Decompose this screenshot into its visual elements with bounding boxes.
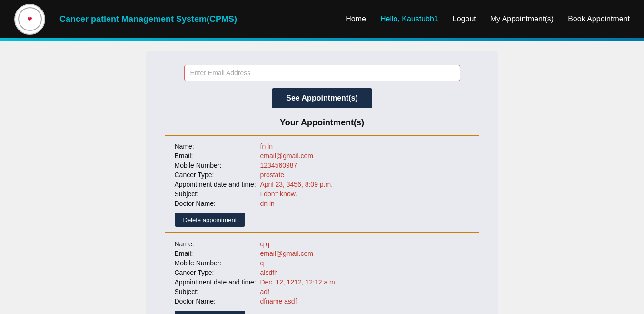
email-input[interactable] bbox=[184, 65, 460, 81]
appt-2-datetime-label: Appointment date and time: bbox=[165, 278, 260, 286]
appt-2-name-row: Name: q q bbox=[165, 240, 479, 248]
nav-book-appointment[interactable]: Book Appointment bbox=[568, 15, 630, 23]
navbar: ♥ Cancer patient Management System(CPMS)… bbox=[0, 0, 644, 38]
appt-1-subject-value: I don't know. bbox=[260, 190, 297, 198]
appt-1-subject-row: Subject: I don't know. bbox=[165, 190, 479, 198]
appt-2-email-label: Email: bbox=[165, 250, 260, 257]
nav-links: Home Hello, Kaustubh1 Logout My Appointm… bbox=[346, 15, 630, 23]
appt-name-label: Name: bbox=[165, 142, 260, 150]
logo: ♥ bbox=[14, 4, 45, 35]
appt-2-doctor-value: dfname asdf bbox=[260, 297, 297, 305]
appointment-block-1: Name: fn ln Email: email@gmail.com Mobil… bbox=[165, 135, 479, 233]
appointment-block-2: Name: q q Email: email@gmail.com Mobile … bbox=[165, 233, 479, 314]
nav-hello[interactable]: Hello, Kaustubh1 bbox=[380, 15, 438, 23]
appt-2-name-value: q q bbox=[260, 240, 269, 248]
appt-2-datetime-value: Dec. 12, 1212, 12:12 a.m. bbox=[260, 278, 337, 286]
nav-home[interactable]: Home bbox=[346, 15, 366, 23]
appt-subject-label: Subject: bbox=[165, 190, 260, 198]
email-row bbox=[165, 65, 479, 81]
appt-2-mobile-label: Mobile Number: bbox=[165, 259, 260, 267]
appt-2-email-value: email@gmail.com bbox=[260, 250, 313, 257]
see-appointments-button[interactable]: See Appointment(s) bbox=[272, 88, 372, 108]
appt-2-mobile-value: q bbox=[260, 259, 264, 267]
logo-icon: ♥ bbox=[18, 7, 42, 31]
appt-1-datetime-row: Appointment date and time: April 23, 345… bbox=[165, 181, 479, 188]
appt-2-subject-row: Subject: adf bbox=[165, 288, 479, 295]
appt-2-doctor-label: Doctor Name: bbox=[165, 297, 260, 305]
appt-1-email-value: email@gmail.com bbox=[260, 152, 313, 160]
appt-2-subject-label: Subject: bbox=[165, 288, 260, 295]
appt-2-subject-value: adf bbox=[260, 288, 269, 295]
appt-1-name-row: Name: fn ln bbox=[165, 142, 479, 150]
heart-icon: ♥ bbox=[27, 14, 32, 24]
appt-2-cancer-value: alsdfh bbox=[260, 269, 278, 276]
appt-2-doctor-row: Doctor Name: dfname asdf bbox=[165, 297, 479, 305]
appt-1-cancer-row: Cancer Type: prostate bbox=[165, 171, 479, 179]
appt-1-doctor-value: dn ln bbox=[260, 200, 275, 207]
delete-appointment-1-button[interactable]: Delete appointment bbox=[175, 213, 246, 227]
nav-logout[interactable]: Logout bbox=[453, 15, 476, 23]
delete-appointment-2-button[interactable]: Delete appointment bbox=[175, 311, 246, 314]
appt-doctor-label: Doctor Name: bbox=[165, 200, 260, 207]
section-title: Your Appointment(s) bbox=[165, 118, 479, 128]
appt-2-name-label: Name: bbox=[165, 240, 260, 248]
appt-2-email-row: Email: email@gmail.com bbox=[165, 250, 479, 257]
content-card: See Appointment(s) Your Appointment(s) N… bbox=[146, 51, 498, 314]
main-content: See Appointment(s) Your Appointment(s) N… bbox=[0, 41, 644, 314]
appt-1-mobile-row: Mobile Number: 1234560987 bbox=[165, 162, 479, 169]
appt-1-mobile-value: 1234560987 bbox=[260, 162, 297, 169]
appt-datetime-label: Appointment date and time: bbox=[165, 181, 260, 188]
appt-1-name-value: fn ln bbox=[260, 142, 273, 150]
appt-cancer-label: Cancer Type: bbox=[165, 171, 260, 179]
appt-1-cancer-value: prostate bbox=[260, 171, 285, 179]
appt-mobile-label: Mobile Number: bbox=[165, 162, 260, 169]
appt-1-doctor-row: Doctor Name: dn ln bbox=[165, 200, 479, 207]
appt-1-email-row: Email: email@gmail.com bbox=[165, 152, 479, 160]
brand-name: Cancer patient Management System(CPMS) bbox=[59, 14, 237, 24]
appt-1-datetime-value: April 23, 3456, 8:09 p.m. bbox=[260, 181, 333, 188]
appt-2-datetime-row: Appointment date and time: Dec. 12, 1212… bbox=[165, 278, 479, 286]
appt-2-cancer-label: Cancer Type: bbox=[165, 269, 260, 276]
appt-2-mobile-row: Mobile Number: q bbox=[165, 259, 479, 267]
nav-my-appointments[interactable]: My Appointment(s) bbox=[490, 15, 554, 23]
appt-email-label: Email: bbox=[165, 152, 260, 160]
appt-2-cancer-row: Cancer Type: alsdfh bbox=[165, 269, 479, 276]
